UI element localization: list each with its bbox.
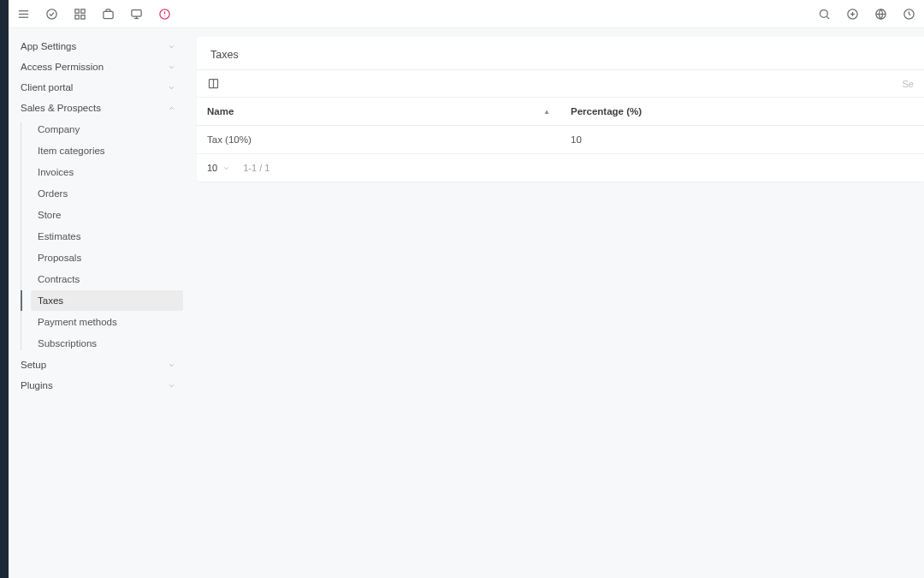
svg-point-3: [47, 9, 56, 18]
nav-group-label: Access Permission: [21, 62, 104, 72]
page-size-select[interactable]: 10: [207, 163, 231, 173]
chevron-down-icon: [222, 164, 231, 172]
th-name[interactable]: Name ▲: [197, 98, 560, 126]
page-size-value: 10: [207, 163, 217, 173]
left-rail: [0, 0, 9, 578]
grid-icon[interactable]: [74, 8, 86, 21]
topbar: [9, 0, 924, 28]
table-footer: 10 1-1 / 1: [197, 154, 924, 182]
svg-rect-7: [81, 15, 85, 18]
nav-subitem-taxes[interactable]: Taxes: [31, 290, 183, 311]
pagination-range: 1-1 / 1: [243, 163, 270, 173]
svg-rect-5: [81, 9, 85, 12]
clock-alert-icon[interactable]: [158, 8, 171, 21]
card-toolbar: Se: [197, 70, 924, 98]
table-row[interactable]: Tax (10%)10: [197, 126, 924, 154]
taxes-card: Taxes Se Name ▲ Percentage: [197, 37, 924, 182]
chevron-down-icon: [168, 381, 176, 390]
th-percentage[interactable]: Percentage (%): [560, 98, 924, 126]
sidebar: App SettingsAccess PermissionClient port…: [9, 0, 188, 578]
chevron-down-icon: [168, 83, 176, 92]
th-percentage-label: Percentage (%): [571, 106, 642, 116]
nav-subitem-proposals[interactable]: Proposals: [31, 247, 183, 268]
cell-name: Tax (10%): [197, 126, 560, 154]
nav-group-setup[interactable]: Setup: [9, 355, 188, 375]
clock-icon[interactable]: [903, 8, 915, 21]
nav-subitem-payment-methods[interactable]: Payment methods: [31, 312, 183, 332]
plus-circle-icon[interactable]: [846, 8, 859, 21]
sort-asc-icon: ▲: [543, 108, 550, 116]
nav-group-app-settings[interactable]: App Settings: [9, 36, 188, 57]
chevron-down-icon: [168, 63, 176, 71]
page-title: Taxes: [197, 37, 924, 70]
nav-group-plugins[interactable]: Plugins: [9, 375, 188, 396]
nav-subitem-company[interactable]: Company: [31, 119, 183, 140]
svg-line-16: [826, 16, 829, 19]
nav-group-sales-prospects[interactable]: Sales & Prospects: [9, 98, 188, 118]
nav-subitem-orders[interactable]: Orders: [31, 183, 183, 204]
th-name-label: Name: [207, 106, 234, 116]
menu-icon[interactable]: [17, 8, 30, 21]
nav-sublist: CompanyItem categoriesInvoicesOrdersStor…: [21, 119, 188, 354]
nav-group-access-permission[interactable]: Access Permission: [9, 57, 188, 77]
nav-group-label: Client portal: [21, 82, 73, 92]
svg-rect-6: [75, 15, 79, 18]
svg-point-15: [820, 9, 828, 17]
nav-group-client-portal[interactable]: Client portal: [9, 77, 188, 98]
nav-subitem-subscriptions[interactable]: Subscriptions: [31, 333, 183, 354]
nav-group-label: App Settings: [21, 41, 76, 51]
nav-subitem-estimates[interactable]: Estimates: [31, 226, 183, 247]
nav-subitem-contracts[interactable]: Contracts: [31, 269, 183, 289]
nav-group-label: Plugins: [21, 380, 53, 390]
main: Taxes Se Name ▲ Percentage: [188, 0, 924, 578]
nav-group-label: Sales & Prospects: [21, 103, 101, 113]
nav-group-label: Setup: [21, 360, 46, 370]
chevron-down-icon: [168, 42, 176, 51]
svg-rect-8: [104, 11, 113, 18]
chevron-down-icon: [168, 361, 176, 369]
check-circle-icon[interactable]: [45, 8, 58, 21]
nav-subitem-item-categories[interactable]: Item categories: [31, 140, 183, 161]
globe-icon[interactable]: [874, 8, 887, 21]
briefcase-icon[interactable]: [102, 8, 115, 21]
svg-rect-9: [132, 9, 141, 16]
nav-subitem-store[interactable]: Store: [31, 205, 183, 225]
chevron-up-icon: [168, 104, 176, 112]
cell-percentage: 10: [560, 126, 924, 154]
search-icon[interactable]: [818, 8, 831, 21]
columns-icon[interactable]: [207, 77, 220, 90]
monitor-icon[interactable]: [130, 8, 143, 21]
nav-subitem-invoices[interactable]: Invoices: [31, 162, 183, 182]
svg-rect-4: [75, 9, 79, 12]
search-hint[interactable]: Se: [903, 79, 914, 89]
taxes-table: Name ▲ Percentage (%) Tax (10%)10: [197, 98, 924, 154]
